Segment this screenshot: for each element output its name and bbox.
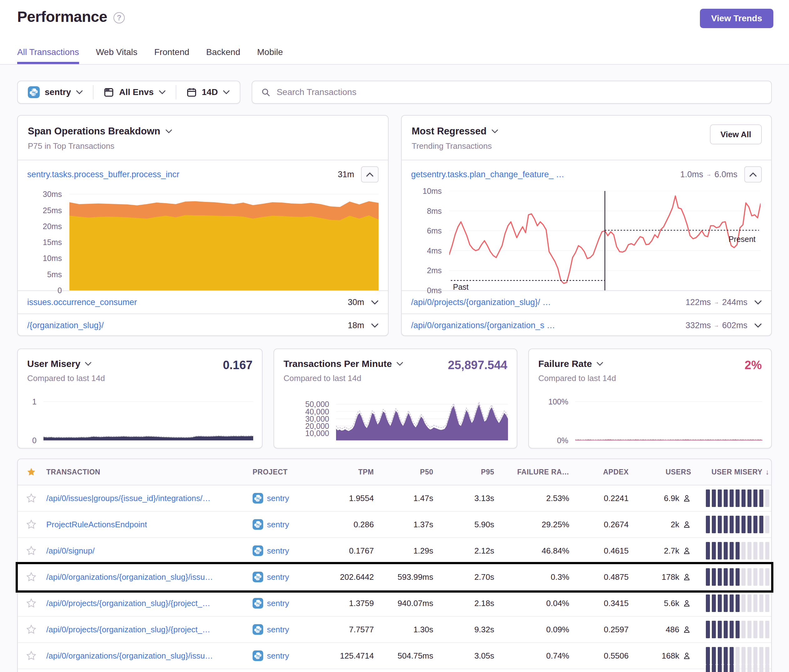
- table-row[interactable]: [18, 669, 771, 672]
- favorite-star-icon[interactable]: [26, 598, 37, 608]
- table-row[interactable]: /api/0/organizations/{organization_slug}…: [18, 643, 771, 669]
- column-header-project[interactable]: PROJECT: [251, 468, 321, 476]
- regressed-link[interactable]: getsentry.tasks.plan_change_feature_ …: [411, 170, 674, 179]
- transaction-link[interactable]: /api/0/projects/{organization_slug}/{pro…: [46, 625, 249, 634]
- regressed-link[interactable]: /api/0/projects/{organization_slug}/ …: [411, 298, 679, 307]
- span-op-link[interactable]: sentry.tasks.process_buffer.process_incr: [27, 170, 331, 179]
- project-filter-label: sentry: [45, 87, 71, 97]
- p95-value: 3.13s: [435, 493, 496, 503]
- project-filter[interactable]: sentry: [18, 81, 93, 103]
- favorite-star-icon[interactable]: [26, 571, 37, 582]
- user-misery-subtitle: Compared to last 14d: [27, 374, 105, 383]
- star-icon[interactable]: [26, 467, 36, 477]
- project-link[interactable]: sentry: [267, 599, 289, 608]
- table-row[interactable]: /api/0/signup/sentry0.17671.29s2.12s46.8…: [18, 538, 771, 564]
- project-link[interactable]: sentry: [267, 651, 289, 661]
- transaction-link[interactable]: /api/0/organizations/{organization_slug}…: [46, 651, 249, 661]
- column-header-users[interactable]: USERS: [631, 468, 693, 476]
- view-trends-button[interactable]: View Trends: [700, 9, 773, 28]
- column-header-apdex[interactable]: APDEX: [571, 468, 631, 476]
- tab-backend[interactable]: Backend: [206, 47, 240, 64]
- transaction-link[interactable]: /api/0/projects/{organization_slug}/{pro…: [46, 599, 249, 608]
- collapse-button[interactable]: [744, 166, 762, 182]
- search-icon: [261, 88, 270, 97]
- transaction-link[interactable]: /api/0/issues|groups/{issue_id}/integrat…: [46, 493, 249, 503]
- span-ops-title-row[interactable]: Span Operations Breakdown: [28, 126, 378, 137]
- favorite-star-icon[interactable]: [26, 519, 37, 530]
- project-link[interactable]: sentry: [267, 493, 289, 503]
- calendar-icon: [186, 87, 197, 97]
- table-row[interactable]: ProjectRuleActionsEndpointsentry0.2861.3…: [18, 512, 771, 538]
- expand-button[interactable]: [371, 323, 379, 328]
- environment-filter[interactable]: All Envs: [93, 81, 176, 103]
- project-link[interactable]: sentry: [267, 546, 289, 556]
- regressed-title: Most Regressed: [412, 126, 486, 137]
- user-misery-title-row[interactable]: User Misery: [27, 359, 105, 369]
- user-misery-bars: [706, 516, 769, 533]
- help-icon[interactable]: ?: [113, 12, 125, 24]
- tab-web-vitals[interactable]: Web Vitals: [96, 47, 137, 64]
- apdex-value: 0.4615: [571, 546, 631, 556]
- favorite-star-icon[interactable]: [26, 546, 37, 556]
- column-header-tpm[interactable]: TPM: [321, 468, 376, 476]
- column-header-transaction[interactable]: TRANSACTION: [45, 468, 251, 476]
- table-row[interactable]: /api/0/organizations/{organization_slug}…: [18, 564, 771, 591]
- arrow-right-icon: →: [714, 322, 719, 328]
- span-op-link[interactable]: issues.occurrence_consumer: [27, 298, 341, 307]
- failure-rate-title: Failure Rate: [538, 359, 592, 369]
- apdex-value: 0.4875: [571, 572, 631, 582]
- tpm-panel: Transactions Per Minute Compared to last…: [273, 348, 517, 449]
- span-op-link[interactable]: /{organization_slug}/: [27, 321, 341, 330]
- most-regressed-panel: Most Regressed Trending Transactions Vie…: [401, 115, 772, 336]
- favorite-star-icon[interactable]: [26, 493, 37, 504]
- user-misery-bars: [706, 594, 769, 612]
- expand-button[interactable]: [754, 300, 762, 305]
- table-row[interactable]: /api/0/projects/{organization_slug}/{pro…: [18, 617, 771, 643]
- project-link[interactable]: sentry: [267, 520, 289, 530]
- tab-mobile[interactable]: Mobile: [257, 47, 283, 64]
- tpm-title-row[interactable]: Transactions Per Minute: [284, 359, 403, 369]
- column-header-p95[interactable]: P95: [435, 468, 496, 476]
- expand-button[interactable]: [371, 300, 379, 305]
- python-icon: [252, 519, 263, 530]
- transaction-link[interactable]: /api/0/signup/: [46, 546, 249, 556]
- past-label: Past: [453, 283, 469, 292]
- collapse-button[interactable]: [361, 166, 379, 182]
- transaction-link[interactable]: ProjectRuleActionsEndpoint: [46, 520, 249, 530]
- table-row[interactable]: /api/0/issues|groups/{issue_id}/integrat…: [18, 485, 771, 512]
- view-all-button[interactable]: View All: [710, 125, 762, 144]
- axis-tick-label: 100%: [548, 397, 568, 406]
- tab-frontend[interactable]: Frontend: [154, 47, 189, 64]
- tab-all-transactions[interactable]: All Transactions: [17, 47, 79, 64]
- span-op-row: sentry.tasks.process_buffer.process_incr…: [18, 160, 388, 188]
- favorite-star-icon[interactable]: [26, 624, 37, 635]
- transaction-link[interactable]: /api/0/organizations/{organization_slug}…: [46, 572, 249, 582]
- project-link[interactable]: sentry: [267, 625, 289, 634]
- failure-rate-subtitle: Compared to last 14d: [538, 374, 616, 383]
- failure-rate-value: 0.09%: [496, 625, 571, 634]
- search-box[interactable]: [252, 81, 772, 104]
- project-link[interactable]: sentry: [267, 572, 289, 582]
- regressed-title-row[interactable]: Most Regressed: [412, 126, 761, 137]
- tpm-value: 202.6442: [321, 572, 376, 582]
- regressed-link[interactable]: /api/0/organizations/{organization_s …: [411, 321, 679, 330]
- column-header-failure-rate[interactable]: FAILURE RA…: [496, 468, 571, 476]
- column-header-p50[interactable]: P50: [376, 468, 435, 476]
- user-icon: [682, 573, 691, 581]
- column-header-user-misery[interactable]: USER MISERY ↓: [693, 468, 771, 476]
- axis-tick-label: 50,000: [305, 400, 329, 409]
- favorite-star-icon[interactable]: [26, 650, 37, 661]
- span-op-value: 30m: [348, 298, 364, 307]
- date-range-filter[interactable]: 14D: [176, 81, 240, 103]
- search-input[interactable]: [277, 87, 762, 97]
- span-ops-title: Span Operations Breakdown: [28, 126, 160, 137]
- python-icon: [28, 86, 40, 98]
- expand-button[interactable]: [754, 323, 762, 328]
- user-misery-title: User Misery: [27, 359, 80, 369]
- users-value: 2.7k: [631, 546, 693, 556]
- present-label: Present: [729, 235, 755, 244]
- table-row[interactable]: /api/0/projects/{organization_slug}/{pro…: [18, 591, 771, 617]
- failure-rate-title-row[interactable]: Failure Rate: [538, 359, 616, 369]
- p50-value: 504.75ms: [376, 651, 435, 661]
- chevron-down-icon: [76, 90, 83, 94]
